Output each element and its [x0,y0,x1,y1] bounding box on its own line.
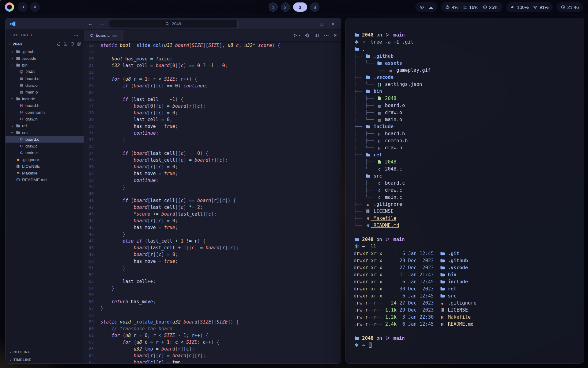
launcher-logo-icon[interactable] [5,2,14,12]
refresh-button[interactable] [70,42,74,46]
code-line[interactable]: 53 last_cell++; [84,278,341,285]
line-number[interactable]: 49 [84,251,100,258]
code-line[interactable]: 18static bool _slide_col(u32 board[SIZE]… [84,42,341,49]
code-line[interactable]: 29 last_cell = 0; [84,116,341,123]
editor-settings-button[interactable] [305,33,310,38]
split-editor-button[interactable] [315,33,319,38]
line-number[interactable]: 52 [84,271,100,278]
line-number[interactable]: 58 [84,312,100,319]
editor-titlebar[interactable]: ←→ 2048 ─□× [6,18,341,30]
code-line[interactable]: 31 continue; [84,130,341,136]
line-number[interactable]: 48 [84,244,100,251]
weather-module[interactable]: ☁ [415,2,437,12]
sidebar-item-Makefile[interactable]: MMakefile [6,170,84,176]
system-module[interactable]: 4%16%25% [441,2,503,12]
code-line[interactable]: 45 has_move = true; [84,224,341,231]
command-center-search[interactable]: 2048 [109,20,238,28]
line-number[interactable]: 31 [84,130,100,136]
code-line[interactable]: 63 u32 tmp = board[r][c]; [84,346,341,352]
code-line[interactable]: 49 board[r][c] = 0; [84,251,341,258]
more-actions-button[interactable]: ⋯ [324,33,329,38]
maximize-button[interactable]: □ [320,21,323,26]
run-dropdown-button[interactable]: ▾ [299,34,300,37]
line-number[interactable]: 20 [84,56,100,62]
arrow-right-button[interactable]: → [100,21,105,26]
line-number[interactable]: 37 [84,170,100,177]
code-line[interactable]: 36 board[r][c] = 0; [84,163,341,170]
sidebar-item-bin[interactable]: ›bin [6,62,84,68]
line-number[interactable]: 64 [84,352,100,359]
line-number[interactable]: 65 [84,359,100,363]
line-number[interactable]: 54 [84,285,100,292]
code-line[interactable]: 28 board[r][c] = 0; [84,109,341,116]
terminal-window[interactable]: 2048 on main ➜ tree -a -I .git .├── .git… [345,18,584,364]
workspace-2[interactable]: 2 [281,2,290,12]
clock-module[interactable]: 21:46 [556,2,583,12]
timeline-panel[interactable]: › TIMELINE [6,356,84,363]
code-line[interactable]: 19 [84,49,341,56]
line-number[interactable]: 25 [84,89,100,96]
code-line[interactable]: 30 has_move = true; [84,123,341,130]
line-number[interactable]: 60 [84,325,100,332]
sidebar-item-main.o[interactable]: ▤main.o [6,89,84,95]
code-line[interactable]: 26 if (last_cell == -1) { [84,96,341,103]
line-number[interactable]: 41 [84,197,100,204]
sidebar-item-common.h[interactable]: Hcommon.h [6,109,84,116]
code-line[interactable]: 42 board[last_cell][c] *= 2; [84,204,341,211]
code-line[interactable]: 61 for (u8 r = 0; r < SIZE - 1; r++) { [84,332,341,339]
line-number[interactable]: 22 [84,69,100,76]
audio-network-module[interactable]: 100%91% [506,2,553,12]
code-line[interactable]: 27 board[0][c] = board[r][c]; [84,103,341,109]
new-file-button[interactable] [57,42,61,46]
line-number[interactable]: 19 [84,49,100,56]
code-line[interactable]: 32 } [84,136,341,143]
line-number[interactable]: 50 [84,258,100,265]
tab-board.c[interactable]: C board.c src [84,30,123,41]
code-line[interactable]: 35 board[last_cell][c] = board[r][c]; [84,157,341,163]
code-line[interactable]: 54 } [84,285,341,292]
line-number[interactable]: 44 [84,217,100,224]
code-line[interactable]: 25 [84,89,341,96]
line-number[interactable]: 36 [84,163,100,170]
sidebar-item-board.c[interactable]: Cboard.c [6,136,84,143]
code-line[interactable]: 62 for (u8 c = r + 1; c < SIZE; c++) { [84,339,341,346]
sidebar-item-board.o[interactable]: ▤board.o [6,75,84,82]
line-number[interactable]: 56 [84,298,100,305]
code-line[interactable]: 23 for (u8 r = 1; r < SIZE; r++) { [84,76,341,82]
code-line[interactable]: 56 return has_move; [84,298,341,305]
outline-panel[interactable]: › OUTLINE [6,348,84,356]
sidebar-item-2048[interactable]: 2048 [6,68,84,75]
code-line[interactable]: 43 *score += board[last_cell][c]; [84,211,341,217]
code-line[interactable]: 50 has_move = true; [84,258,341,265]
close-button[interactable]: × [331,21,334,26]
line-number[interactable]: 47 [84,238,100,244]
code-line[interactable]: 60 // transpose the board [84,325,341,332]
code-line[interactable]: 22 [84,69,341,76]
code-line[interactable]: 65 board[c][r] = tmp; [84,359,341,363]
code-line[interactable]: 24 if (board[r][c] == 0) continue; [84,82,341,89]
code-line[interactable]: 48 board[last_cell + 1][c] = board[r][c]… [84,244,341,251]
code-line[interactable]: 34 if (board[last_cell][c] == 0) { [84,150,341,157]
line-number[interactable]: 63 [84,346,100,352]
workspace-8[interactable]: 8 [310,2,319,12]
line-number[interactable]: 30 [84,123,100,130]
explorer-more-icon[interactable]: ⋯ [74,33,79,37]
code-line[interactable]: 38 continue; [84,177,341,184]
sidebar-item-draw.h[interactable]: Hdraw.h [6,116,84,122]
line-number[interactable]: 39 [84,184,100,190]
code-line[interactable]: 58 [84,312,341,319]
project-root-row[interactable]: › 2048 [6,40,84,48]
code-line[interactable]: 51 } [84,265,341,271]
sidebar-item-main.c[interactable]: Cmain.c [6,149,84,156]
line-number[interactable]: 33 [84,143,100,150]
code-line[interactable]: 39 } [84,184,341,190]
code-line[interactable]: 37 has_move = true; [84,170,341,177]
code-line[interactable]: 41 if (board[last_cell][c] == board[r][c… [84,197,341,204]
line-number[interactable]: 29 [84,116,100,123]
terminal-cursor[interactable] [369,343,371,348]
sidebar-item-include[interactable]: ›include [6,95,84,102]
line-number[interactable]: 40 [84,190,100,197]
media-previous-button[interactable] [18,2,28,12]
code-line[interactable]: 55 [84,292,341,298]
line-number[interactable]: 26 [84,96,100,103]
